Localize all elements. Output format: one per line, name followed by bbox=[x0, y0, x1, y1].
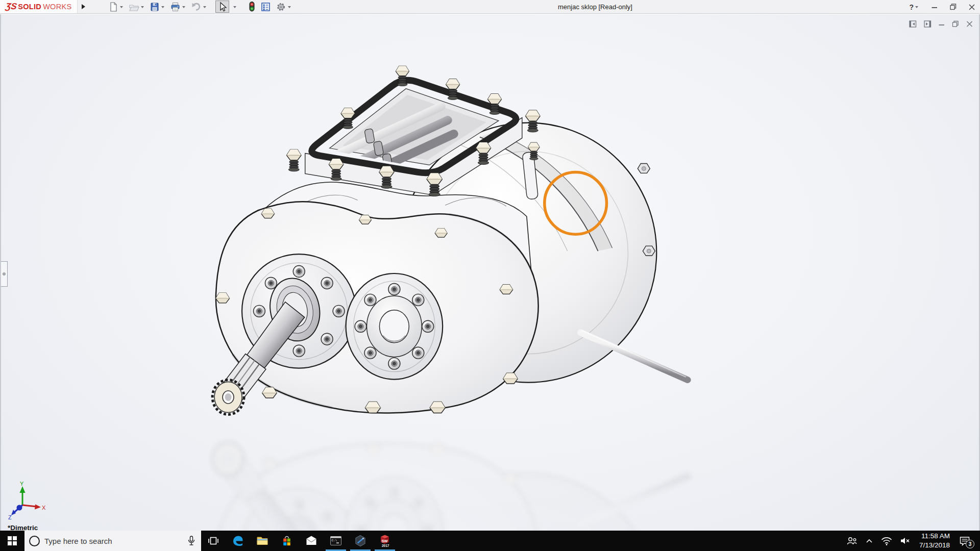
save-floppy-icon bbox=[150, 2, 160, 12]
mail-icon bbox=[305, 534, 318, 547]
rebuild-button[interactable] bbox=[246, 1, 258, 13]
select-cursor-icon bbox=[217, 2, 227, 12]
z-axis-label: Z bbox=[8, 514, 12, 519]
collapse-right-pane-button[interactable] bbox=[924, 20, 932, 28]
command-prompt-icon: C:\ bbox=[329, 534, 342, 547]
task-view-icon bbox=[207, 535, 219, 547]
tray-overflow-button[interactable] bbox=[865, 536, 874, 545]
taskbar: C:\ SW 2017 bbox=[0, 531, 980, 551]
start-button[interactable] bbox=[0, 531, 24, 551]
gearbox-model[interactable] bbox=[212, 66, 688, 414]
people-icon bbox=[846, 535, 858, 546]
options-button[interactable] bbox=[274, 1, 294, 13]
volume-muted-icon bbox=[899, 536, 912, 546]
taskbar-search[interactable] bbox=[24, 531, 201, 551]
close-icon bbox=[969, 4, 975, 10]
clock-date: 7/13/2018 bbox=[918, 541, 950, 550]
feature-manager-tab-dot bbox=[3, 272, 6, 276]
help-icon: ? bbox=[909, 3, 914, 11]
volume-button[interactable] bbox=[899, 536, 912, 546]
help-button[interactable]: ? bbox=[909, 3, 919, 11]
print-dropdown[interactable] bbox=[182, 6, 185, 10]
task-view-button[interactable] bbox=[201, 531, 226, 551]
action-center-button[interactable]: 3 bbox=[959, 535, 971, 546]
new-document-dropdown[interactable] bbox=[120, 6, 123, 10]
undo-dropdown[interactable] bbox=[203, 6, 206, 10]
x-axis-label: X bbox=[42, 505, 46, 511]
solidworks-logo-text-light: WORKS bbox=[43, 3, 71, 11]
save-dropdown[interactable] bbox=[161, 6, 164, 10]
hexagon-app-icon bbox=[354, 534, 367, 547]
display-pane-button[interactable] bbox=[258, 1, 273, 13]
minimize-icon bbox=[932, 4, 938, 10]
solidworks-2017-icon: SW 2017 bbox=[378, 533, 392, 548]
open-button[interactable] bbox=[127, 1, 147, 13]
z-axis-ball bbox=[17, 505, 22, 511]
file-explorer-button[interactable] bbox=[250, 531, 275, 551]
close-button[interactable] bbox=[969, 4, 975, 10]
chevron-up-icon bbox=[865, 536, 874, 545]
print-button[interactable] bbox=[168, 1, 188, 13]
print-icon bbox=[170, 2, 181, 12]
window-controls: ? bbox=[909, 0, 975, 14]
select-tool-button[interactable] bbox=[215, 1, 229, 13]
store-icon bbox=[280, 534, 293, 547]
cortana-icon bbox=[29, 536, 40, 546]
store-button[interactable] bbox=[275, 531, 299, 551]
microphone-icon[interactable] bbox=[187, 535, 196, 546]
taskbar-app-icons: C:\ SW 2017 bbox=[201, 531, 397, 551]
restore-button[interactable] bbox=[950, 4, 957, 10]
open-folder-icon bbox=[129, 2, 139, 12]
edge-button[interactable] bbox=[226, 531, 250, 551]
svg-text:C:\: C:\ bbox=[332, 539, 337, 542]
help-dropdown bbox=[915, 6, 918, 10]
svg-text:2017: 2017 bbox=[382, 544, 389, 547]
y-axis-arrow bbox=[20, 486, 26, 493]
save-button[interactable] bbox=[148, 1, 167, 13]
people-button[interactable] bbox=[846, 535, 858, 546]
restore-icon bbox=[950, 4, 957, 10]
solidworks-logo-glyph: ƷS bbox=[5, 2, 17, 12]
options-dropdown[interactable] bbox=[288, 6, 291, 10]
solidworks-logo-text-bold: SOLID bbox=[18, 3, 41, 11]
document-close-button[interactable] bbox=[966, 20, 973, 28]
new-document-button[interactable] bbox=[106, 1, 126, 13]
y-axis-label: Y bbox=[20, 482, 24, 487]
solidworks-logo: ƷS SOLIDWORKS bbox=[0, 0, 78, 13]
open-dropdown[interactable] bbox=[141, 6, 144, 10]
display-pane-icon bbox=[260, 2, 271, 12]
x-axis-arrow bbox=[35, 505, 41, 510]
title-bar: ƷS SOLIDWORKS bbox=[0, 0, 980, 14]
clock[interactable]: 11:58 AM 7/13/2018 bbox=[918, 532, 950, 549]
main-toolbar bbox=[106, 0, 294, 14]
graphics-viewport[interactable]: Y X Z *Dimetric bbox=[0, 14, 980, 531]
undo-button[interactable] bbox=[189, 1, 209, 13]
document-restore-button[interactable] bbox=[952, 20, 959, 28]
orientation-triad[interactable]: Y X Z bbox=[7, 482, 47, 519]
hexagon-app-button[interactable] bbox=[348, 531, 373, 551]
select-tool-dropdown[interactable] bbox=[230, 1, 239, 13]
notification-badge: 3 bbox=[966, 540, 974, 548]
undo-icon bbox=[191, 2, 202, 12]
svg-text:SW: SW bbox=[382, 539, 388, 543]
window-title: menjac sklop [Read-only] bbox=[558, 0, 632, 14]
command-prompt-button[interactable]: C:\ bbox=[324, 531, 348, 551]
feature-manager-collapsed-tab[interactable] bbox=[1, 261, 8, 287]
windows-logo-icon bbox=[8, 536, 17, 545]
menu-expand-button[interactable] bbox=[78, 0, 89, 13]
solidworks-2017-button[interactable]: SW 2017 bbox=[373, 531, 397, 551]
clock-time: 11:58 AM bbox=[918, 532, 950, 541]
file-explorer-icon bbox=[256, 534, 269, 547]
document-minimize-button[interactable] bbox=[939, 20, 945, 28]
new-document-icon bbox=[108, 2, 118, 12]
traffic-light-icon bbox=[248, 1, 256, 12]
network-button[interactable] bbox=[880, 536, 893, 546]
gearbox-model-canvas[interactable] bbox=[1, 14, 979, 531]
edge-icon bbox=[231, 534, 244, 547]
collapse-left-pane-button[interactable] bbox=[909, 20, 917, 28]
mail-button[interactable] bbox=[299, 531, 324, 551]
taskbar-search-input[interactable] bbox=[44, 537, 182, 545]
options-gear-icon bbox=[276, 2, 286, 12]
minimize-button[interactable] bbox=[932, 4, 938, 10]
wifi-icon bbox=[880, 536, 893, 546]
